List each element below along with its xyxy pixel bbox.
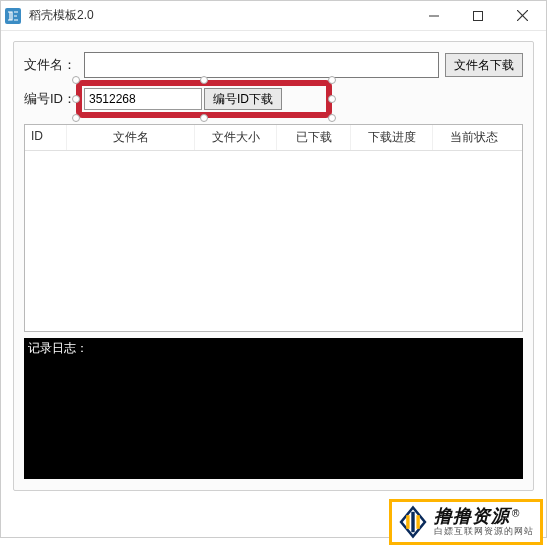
filename-row: 文件名： 文件名下载 (24, 52, 523, 78)
id-download-button[interactable]: 编号ID下载 (204, 88, 282, 110)
watermark-text: 撸撸资源® 白嫖互联网资源的网站 (434, 507, 534, 537)
titlebar[interactable]: 稻壳模板2.0 (1, 1, 546, 31)
window-title: 稻壳模板2.0 (29, 7, 412, 24)
id-row: 编号ID： 编号ID下载 (24, 88, 523, 110)
filename-download-button[interactable]: 文件名下载 (445, 53, 523, 77)
maximize-button[interactable] (456, 2, 500, 30)
handle-icon (200, 114, 208, 122)
log-label: 记录日志： (24, 338, 523, 359)
listview-header: ID 文件名 文件大小 已下载 下载进度 当前状态 (25, 125, 522, 151)
content-area: 文件名： 文件名下载 编号ID： 编号ID下载 (1, 31, 546, 499)
id-input[interactable] (84, 88, 202, 110)
close-button[interactable] (500, 2, 544, 30)
handle-icon (72, 95, 80, 103)
handle-icon (328, 114, 336, 122)
watermark: 撸撸资源® 白嫖互联网资源的网站 (389, 499, 543, 545)
minimize-button[interactable] (412, 2, 456, 30)
handle-icon (200, 76, 208, 84)
column-progress[interactable]: 下载进度 (351, 125, 433, 150)
watermark-main: 撸撸资源 (434, 506, 510, 526)
column-filename[interactable]: 文件名 (67, 125, 195, 150)
handle-icon (328, 95, 336, 103)
watermark-reg: ® (512, 508, 519, 519)
handle-icon (328, 76, 336, 84)
svg-rect-2 (474, 11, 483, 20)
listview-body[interactable] (25, 151, 522, 332)
filename-label: 文件名： (24, 56, 84, 74)
watermark-sub: 白嫖互联网资源的网站 (434, 527, 534, 537)
column-downloaded[interactable]: 已下载 (277, 125, 351, 150)
watermark-logo-icon (396, 505, 430, 539)
column-id[interactable]: ID (25, 125, 67, 150)
handle-icon (72, 76, 80, 84)
download-listview[interactable]: ID 文件名 文件大小 已下载 下载进度 当前状态 (24, 124, 523, 332)
main-groupbox: 文件名： 文件名下载 编号ID： 编号ID下载 (13, 41, 534, 491)
svg-rect-0 (5, 8, 21, 24)
column-status[interactable]: 当前状态 (433, 125, 515, 150)
handle-icon (72, 114, 80, 122)
main-window: 稻壳模板2.0 文件名： 文件名下载 编号ID： (0, 0, 547, 538)
id-highlight: 编号ID下载 (84, 88, 324, 110)
window-controls (412, 2, 544, 30)
log-textarea[interactable] (24, 359, 523, 479)
app-icon (3, 6, 23, 26)
column-filesize[interactable]: 文件大小 (195, 125, 277, 150)
filename-input[interactable] (84, 52, 439, 78)
